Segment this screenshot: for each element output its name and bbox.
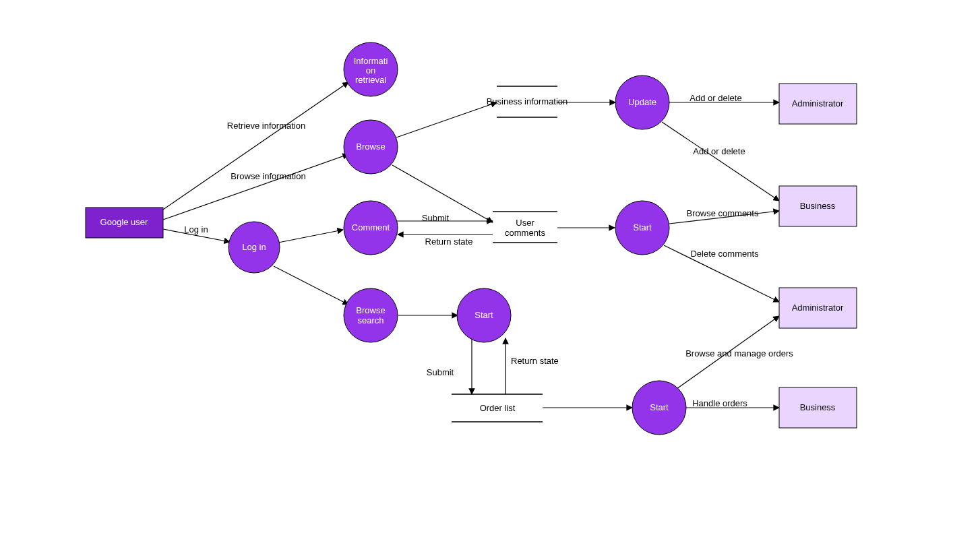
node-browse-search-l2: search — [357, 315, 384, 325]
node-start-comments-label: Start — [633, 222, 652, 232]
edge-browse-info — [163, 154, 348, 220]
node-admin-bottom-label: Administrator — [792, 303, 844, 313]
node-google-user-label: Google user — [100, 217, 148, 227]
edge-label-browse-comments: Browse comments — [687, 208, 759, 218]
store-user-comments-l2: comments — [505, 228, 545, 238]
edge-label-login: Log in — [184, 224, 208, 234]
edge-label-retrieve-info: Retrieve information — [227, 121, 305, 131]
node-business-top-label: Business — [800, 201, 836, 211]
node-login-label: Log in — [242, 242, 266, 252]
node-admin-top-label: Administrator — [792, 98, 844, 108]
node-browse-label: Browse — [356, 142, 385, 152]
node-comment-label: Comment — [352, 222, 390, 232]
edge-label-handle-orders: Handle orders — [692, 398, 747, 408]
edge-update-business — [662, 122, 779, 201]
edge-label-submit-order: Submit — [427, 367, 454, 377]
node-update-label: Update — [628, 97, 656, 107]
edge-label-return-state-comment: Return state — [425, 237, 473, 247]
store-order-list: Order list — [480, 403, 516, 413]
edge-browse-to-bizinfo — [396, 102, 497, 137]
node-info-retrieval-l3: retrieval — [355, 75, 386, 85]
node-start-orders-label: Start — [650, 402, 669, 412]
edge-login-browse-search — [274, 266, 348, 305]
node-business-bottom-label: Business — [800, 402, 836, 412]
edge-label-add-delete-biz: Add or delete — [693, 146, 745, 156]
edge-label-submit-comment: Submit — [422, 213, 450, 223]
edge-label-browse-info: Browse information — [231, 171, 305, 181]
node-info-retrieval-l1: Informati — [354, 56, 388, 66]
edge-label-add-delete-admin: Add or delete — [690, 93, 741, 103]
node-start-search-label: Start — [474, 310, 493, 320]
node-browse-search-l1: Browse — [356, 305, 385, 315]
edge-retrieve-info — [163, 82, 348, 210]
store-user-comments-l1: User — [516, 218, 534, 228]
edge-login-comment — [278, 230, 343, 243]
edge-label-delete-comments: Delete comments — [690, 249, 759, 259]
node-info-retrieval-l2: on — [366, 65, 375, 75]
edge-label-return-state-order: Return state — [511, 356, 559, 366]
edge-label-browse-manage: Browse and manage orders — [685, 348, 793, 358]
store-business-info: Business information — [487, 96, 568, 106]
